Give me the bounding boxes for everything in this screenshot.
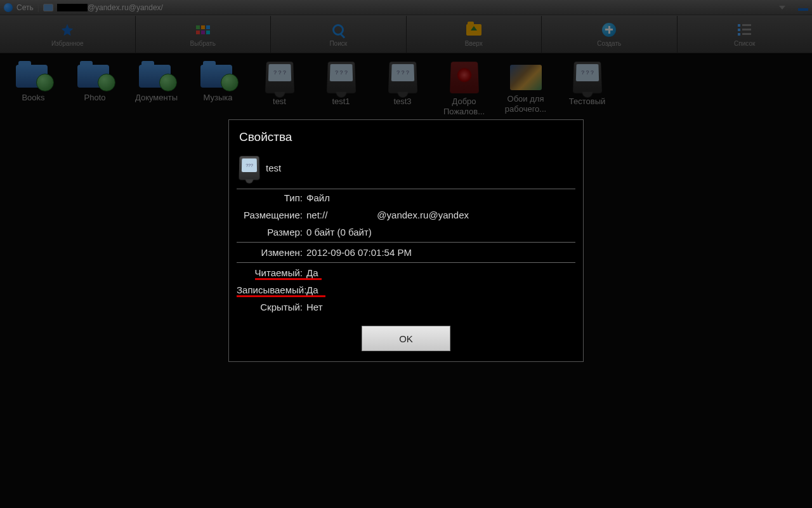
prop-readable: Читаемый: Да	[237, 264, 575, 281]
properties-dialog: Свойства ??? test Тип: Файл Размещение: …	[228, 119, 584, 362]
dialog-filename: test	[266, 163, 281, 173]
prop-modified: Изменен: 2012-09-06 07:01:54 PM	[237, 244, 575, 261]
dialog-title: Свойства	[229, 120, 583, 152]
prop-size: Размер: 0 байт (0 байт)	[237, 224, 575, 241]
prop-type: Тип: Файл	[237, 189, 575, 206]
prop-location: Размещение: net:// @yandex.ru@yandex	[237, 206, 575, 224]
prop-hidden: Скрытый: Нет	[237, 298, 575, 316]
file-icon: ???	[239, 156, 259, 180]
dialog-file-header: ??? test	[237, 152, 575, 189]
redacted-text	[329, 211, 376, 220]
prop-writable: Записываемый: Да	[237, 281, 575, 298]
ok-button[interactable]: OK	[362, 326, 450, 351]
